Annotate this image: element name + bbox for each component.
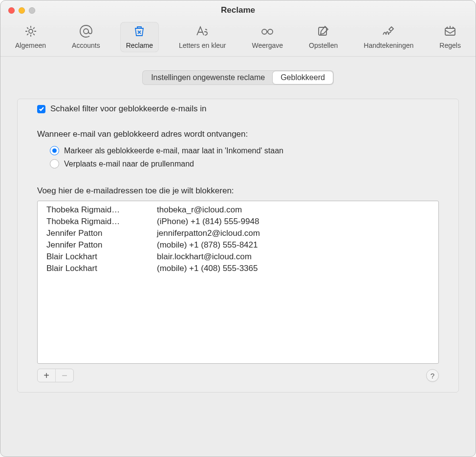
rules-icon: [442, 24, 458, 39]
toolbar-item-junk[interactable]: Reclame: [120, 22, 159, 52]
svg-point-1: [84, 29, 88, 34]
glasses-icon: [260, 24, 275, 39]
list-footer: + − ?: [37, 369, 439, 382]
junk-icon: [131, 24, 147, 39]
radio-button[interactable]: [50, 146, 59, 155]
titlebar: Reclame: [0, 0, 476, 20]
signature-icon: [381, 24, 396, 39]
radio-label: Markeer als geblokkeerde e-mail, maar la…: [64, 146, 283, 155]
blocked-contact: jenniferpatton2@icloud.com: [154, 228, 438, 239]
toolbar-item-label: Weergave: [252, 42, 283, 49]
preferences-window: Reclame AlgemeenAccountsReclameLetters e…: [0, 0, 476, 457]
toolbar-item-fonts[interactable]: Letters en kleur: [173, 22, 232, 52]
svg-point-2: [262, 29, 267, 34]
when-blocked-option-0[interactable]: Markeer als geblokkeerde e-mail, maar la…: [50, 146, 439, 155]
blocked-list-label: Voeg hier de e-mailadressen toe die je w…: [37, 186, 439, 196]
tab-switcher: Instellingen ongewenste reclameGeblokkee…: [17, 70, 459, 99]
toolbar-item-compose[interactable]: Opstellen: [303, 22, 344, 52]
blocked-name: Thobeka Rigmaid…: [38, 216, 154, 228]
toolbar-item-label: Regels: [439, 42, 461, 49]
checkmark-icon: [39, 106, 44, 112]
blocked-contact: (mobile) +1 (408) 555-3365: [154, 263, 438, 274]
blocked-row[interactable]: Blair Lockhart(mobile) +1 (408) 555-3365: [38, 263, 438, 274]
remove-blocked-button[interactable]: −: [55, 369, 73, 382]
add-blocked-button[interactable]: +: [38, 369, 55, 382]
blocked-name: Thobeka Rigmaid…: [38, 204, 154, 216]
blocked-name: Blair Lockhart: [38, 263, 154, 274]
svg-point-3: [268, 29, 273, 34]
toolbar-item-label: Letters en kleur: [179, 42, 226, 49]
blocked-row[interactable]: Thobeka Rigmaid…(iPhone) +1 (814) 555-99…: [38, 216, 438, 228]
blocked-contact: blair.lockhart@icloud.com: [154, 251, 438, 263]
blocked-contact: (iPhone) +1 (814) 555-9948: [154, 216, 438, 228]
preferences-toolbar: AlgemeenAccountsReclameLetters en kleurW…: [0, 20, 476, 57]
enable-blocked-filter-row[interactable]: Schakel filter voor geblokkeerde e-mails…: [37, 104, 439, 114]
compose-icon: [316, 24, 331, 39]
toolbar-item-label: Accounts: [72, 42, 100, 49]
blocked-panel: Schakel filter voor geblokkeerde e-mails…: [17, 99, 459, 393]
toolbar-item-label: Handtekeningen: [364, 42, 413, 49]
toolbar-item-label: Opstellen: [309, 42, 338, 49]
window-title: Reclame: [0, 5, 476, 15]
radio-label: Verplaats e-mail naar de prullenmand: [64, 160, 194, 168]
add-remove-group: + −: [37, 369, 74, 382]
toolbar-item-rules[interactable]: Regels: [433, 22, 467, 52]
toolbar-item-at[interactable]: Accounts: [66, 22, 106, 52]
toolbar-item-label: Algemeen: [15, 42, 46, 49]
blocked-contact: (mobile) +1 (878) 555-8421: [154, 239, 438, 251]
blocked-row[interactable]: Thobeka Rigmaid…thobeka_r@icloud.com: [38, 204, 438, 216]
at-icon: [78, 24, 94, 39]
gear-icon: [23, 24, 39, 39]
content-area: Instellingen ongewenste reclameGeblokkee…: [0, 57, 476, 402]
tab-junk-settings[interactable]: Instellingen ongewenste reclame: [143, 71, 273, 84]
blocked-name: Jennifer Patton: [38, 228, 154, 239]
radio-button[interactable]: [50, 159, 59, 168]
toolbar-item-glasses[interactable]: Weergave: [246, 22, 289, 52]
toolbar-item-signature[interactable]: Handtekeningen: [358, 22, 419, 52]
svg-rect-5: [445, 28, 455, 35]
blocked-name: Blair Lockhart: [38, 251, 154, 263]
svg-point-0: [29, 29, 33, 33]
blocked-name: Jennifer Patton: [38, 239, 154, 251]
blocked-row[interactable]: Jennifer Patton(mobile) +1 (878) 555-842…: [38, 239, 438, 251]
enable-blocked-filter-checkbox[interactable]: [37, 105, 45, 113]
when-blocked-label: Wanneer e-mail van geblokkeerd adres wor…: [37, 129, 439, 139]
fonts-icon: [195, 24, 210, 39]
blocked-list[interactable]: Thobeka Rigmaid…thobeka_r@icloud.comThob…: [37, 201, 439, 364]
tab-blocked[interactable]: Geblokkeerd: [273, 71, 333, 84]
blocked-row[interactable]: Jennifer Pattonjenniferpatton2@icloud.co…: [38, 228, 438, 239]
enable-blocked-filter-label: Schakel filter voor geblokkeerde e-mails…: [50, 104, 206, 114]
blocked-contact: thobeka_r@icloud.com: [154, 204, 438, 216]
blocked-row[interactable]: Blair Lockhartblair.lockhart@icloud.com: [38, 251, 438, 263]
toolbar-item-gear[interactable]: Algemeen: [9, 22, 52, 52]
toolbar-item-label: Reclame: [126, 42, 153, 49]
when-blocked-option-1[interactable]: Verplaats e-mail naar de prullenmand: [50, 159, 439, 168]
help-button[interactable]: ?: [426, 369, 439, 382]
